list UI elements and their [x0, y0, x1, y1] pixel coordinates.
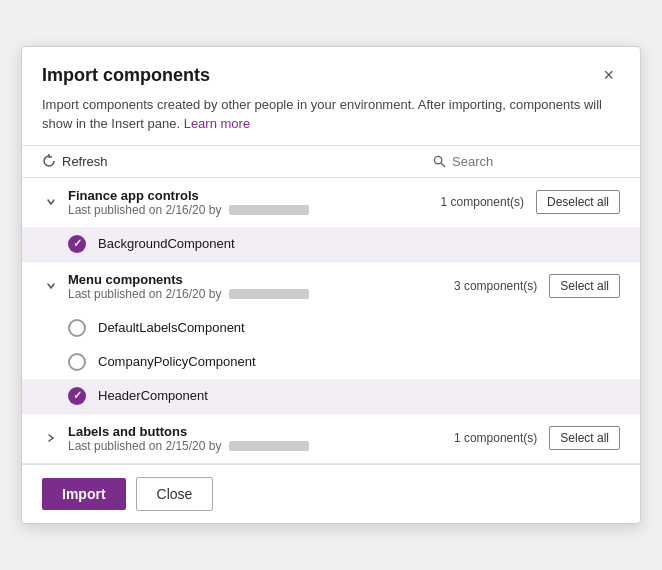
close-icon[interactable]: × [597, 63, 620, 88]
component-row-header: ✓ HeaderComponent [22, 379, 640, 413]
section-header-menu: Menu components Last published on 2/16/2… [22, 262, 640, 311]
component-row-background: ✓ BackgroundComponent [22, 227, 640, 261]
section-finance: Finance app controls Last published on 2… [22, 178, 640, 262]
refresh-button[interactable]: Refresh [42, 154, 108, 169]
checkbox-defaultlabels[interactable] [68, 319, 86, 337]
checkbox-companypolicy[interactable] [68, 353, 86, 371]
select-all-labels-button[interactable]: Select all [549, 426, 620, 450]
search-input[interactable] [452, 154, 620, 169]
import-components-dialog: Import components × Import components cr… [21, 46, 641, 523]
checkbox-header[interactable]: ✓ [68, 387, 86, 405]
author-blur-labels [229, 441, 309, 451]
section-actions-menu: 3 component(s) Select all [454, 274, 620, 298]
section-actions-labels: 1 component(s) Select all [454, 426, 620, 450]
author-blur-finance [229, 205, 309, 215]
chevron-finance[interactable] [42, 193, 60, 211]
toolbar: Refresh [22, 145, 640, 178]
svg-line-1 [441, 163, 445, 167]
section-info-menu: Menu components Last published on 2/16/2… [68, 272, 446, 301]
content-area: Finance app controls Last published on 2… [22, 178, 640, 464]
search-icon [433, 155, 446, 168]
chevron-labels[interactable] [42, 429, 60, 447]
section-info-labels: Labels and buttons Last published on 2/1… [68, 424, 446, 453]
learn-more-link[interactable]: Learn more [184, 116, 250, 131]
section-menu: Menu components Last published on 2/16/2… [22, 262, 640, 414]
import-button[interactable]: Import [42, 478, 126, 510]
refresh-icon [42, 154, 56, 168]
component-row-defaultlabels: DefaultLabelsComponent [22, 311, 640, 345]
search-box [433, 154, 620, 169]
section-header-labels: Labels and buttons Last published on 2/1… [22, 414, 640, 463]
author-blur-menu [229, 289, 309, 299]
dialog-footer: Import Close [22, 464, 640, 523]
svg-point-0 [434, 156, 441, 163]
section-header-finance: Finance app controls Last published on 2… [22, 178, 640, 227]
section-info-finance: Finance app controls Last published on 2… [68, 188, 433, 217]
close-footer-button[interactable]: Close [136, 477, 214, 511]
dialog-description: Import components created by other peopl… [22, 96, 640, 144]
section-labels: Labels and buttons Last published on 2/1… [22, 414, 640, 464]
deselect-all-finance-button[interactable]: Deselect all [536, 190, 620, 214]
chevron-menu[interactable] [42, 277, 60, 295]
dialog-header: Import components × [22, 47, 640, 96]
checkbox-background[interactable]: ✓ [68, 235, 86, 253]
select-all-menu-button[interactable]: Select all [549, 274, 620, 298]
component-row-companypolicy: CompanyPolicyComponent [22, 345, 640, 379]
dialog-title: Import components [42, 65, 210, 86]
section-actions-finance: 1 component(s) Deselect all [441, 190, 620, 214]
